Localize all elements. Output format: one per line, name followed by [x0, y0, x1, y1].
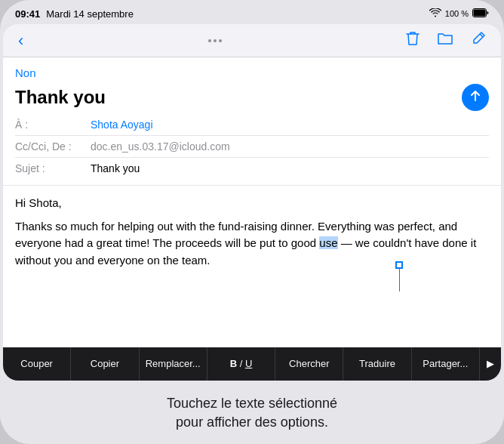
selection-toolbar: Couper Copier Remplacer... B / U Cherche… [3, 347, 501, 381]
body-main: Thanks so much for helping out with the … [15, 218, 489, 270]
subject-line: Thank you [15, 84, 489, 111]
svg-rect-1 [474, 10, 486, 17]
caption-line1: Touchez le texte sélectionné [15, 394, 489, 413]
folder-button[interactable] [435, 29, 456, 52]
device-frame: 09:41 Mardi 14 septembre 100 % [0, 0, 504, 444]
compose-header: Non Thank you À : Shota Aoyagi [3, 57, 501, 186]
bold-italic-underline-label: B / U [230, 358, 253, 369]
cc-field-row: Cc/Cci, De : doc.en_us.03.17@icloud.com [15, 136, 489, 158]
wifi-icon [429, 8, 441, 20]
battery-percentage: 100 % [445, 9, 469, 18]
translate-button[interactable]: Traduire [343, 347, 411, 381]
battery-icon [472, 7, 489, 20]
replace-button[interactable]: Remplacer... [140, 347, 207, 381]
find-button[interactable]: Chercher [275, 347, 343, 381]
compose-icon [471, 31, 486, 50]
to-value[interactable]: Shota Aoyagi [91, 119, 153, 131]
cc-label: Cc/Cci, De : [15, 140, 91, 153]
send-button[interactable] [462, 84, 489, 111]
trash-icon [406, 31, 419, 50]
caption-area: Touchez le texte sélectionné pour affich… [0, 384, 504, 444]
selected-word[interactable]: use [319, 236, 337, 249]
selection-handle [395, 261, 403, 291]
to-label: À : [15, 119, 91, 131]
to-field-row: À : Shota Aoyagi [15, 114, 489, 136]
toolbar-left: ‹ [15, 29, 26, 52]
non-label[interactable]: Non [15, 66, 489, 79]
mail-container: ‹ [3, 24, 501, 381]
dot3 [219, 39, 222, 42]
back-button[interactable]: ‹ [15, 29, 26, 52]
status-bar: 09:41 Mardi 14 septembre 100 % [0, 0, 504, 24]
compose-button[interactable] [468, 28, 489, 53]
trash-button[interactable] [403, 28, 423, 53]
status-time: 09:41 [15, 8, 40, 20]
dot1 [208, 39, 211, 42]
selection-handle-box [395, 261, 403, 269]
subject-label: Sujet : [15, 162, 91, 174]
status-icons: 100 % [429, 7, 489, 20]
selection-handle-line [399, 269, 400, 291]
email-subject: Thank you [15, 87, 462, 108]
subject-value[interactable]: Thank you [91, 162, 140, 174]
caption-line2: pour afficher des options. [15, 413, 489, 432]
email-compose: Non Thank you À : Shota Aoyagi [3, 57, 501, 381]
subject-field-row: Sujet : Thank you [15, 158, 489, 179]
send-icon [469, 90, 481, 106]
email-body[interactable]: Hi Shota, Thanks so much for helping out… [3, 186, 501, 381]
more-button[interactable]: ▶ [480, 347, 501, 381]
bold-italic-underline-button[interactable]: B / U [207, 347, 275, 381]
body-greeting: Hi Shota, [15, 195, 489, 212]
status-date: Mardi 14 septembre [46, 8, 134, 20]
folder-icon [438, 32, 453, 49]
mail-toolbar: ‹ [3, 24, 501, 57]
cut-button[interactable]: Couper [3, 347, 71, 381]
dot2 [214, 39, 217, 42]
dots-menu[interactable] [202, 36, 228, 45]
share-button[interactable]: Partager... [412, 347, 480, 381]
toolbar-right [403, 28, 489, 53]
cc-value: doc.en_us.03.17@icloud.com [91, 140, 230, 153]
copy-button[interactable]: Copier [71, 347, 139, 381]
